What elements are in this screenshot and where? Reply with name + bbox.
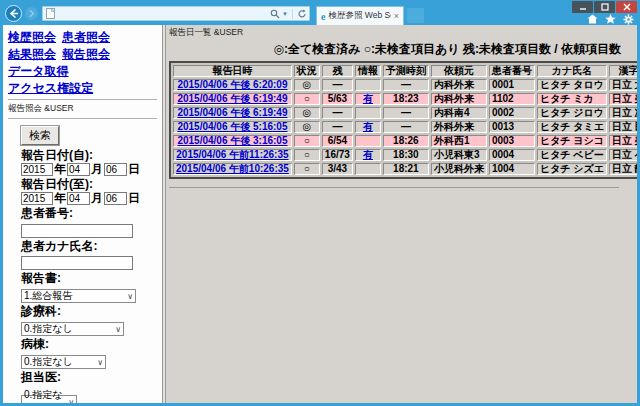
- patient-number-cell: 1102: [489, 93, 535, 105]
- patient-no-input[interactable]: [21, 224, 133, 238]
- patient-number-cell: 0002: [489, 107, 535, 119]
- from-day-input[interactable]: [104, 163, 127, 176]
- info-cell: [355, 107, 381, 119]
- report-row: 2015/04/06 午前11:26:35 ○ 16/73 有 18:30 小児…: [173, 149, 637, 161]
- page-content: 検歴照会患者照会 結果照会報告照会 データ取得アクセス権設定 報告照会 &USE…: [3, 25, 637, 403]
- chevron-down-icon: ∨: [127, 292, 133, 301]
- to-year-input[interactable]: [21, 192, 53, 205]
- report-type-value: 1.総合報告: [24, 289, 72, 303]
- search-icon[interactable]: [270, 9, 280, 19]
- back-button[interactable]: [5, 5, 22, 22]
- report-date-link[interactable]: 2015/04/06 午前10:26:35: [176, 163, 289, 174]
- patient-number-cell: 0003: [489, 135, 535, 147]
- patient-number-cell: 0013: [489, 121, 535, 133]
- requester-cell: 小児科外来: [431, 163, 487, 175]
- minimize-button[interactable]: [572, 1, 593, 13]
- requester-cell: 内科外来: [431, 79, 487, 91]
- report-date-link[interactable]: 2015/04/06 午後 6:20:09: [177, 79, 287, 90]
- ward-select[interactable]: 0.指定なし ∨: [21, 355, 106, 369]
- kanji-name-cell: 日立 美佳: [609, 93, 637, 105]
- nav-link-kekka-shokai[interactable]: 結果照会: [8, 47, 56, 61]
- report-date-link[interactable]: 2015/04/06 午後 6:19:49: [177, 107, 287, 118]
- refresh-icon[interactable]: [297, 9, 307, 19]
- kana-name-cell: ヒタチ タロウ: [537, 79, 607, 91]
- gear-icon[interactable]: [623, 14, 634, 25]
- requester-cell: 外科外来: [431, 121, 487, 133]
- info-link[interactable]: 有: [363, 149, 373, 160]
- year-unit-label: 年: [54, 161, 66, 178]
- info-link[interactable]: 有: [363, 93, 373, 104]
- col-info: 情報: [355, 65, 381, 77]
- search-button-top[interactable]: 検索: [21, 126, 59, 145]
- search-form: 検索 報告日付(自): 年 月 日 報告日付(至): 年 月: [21, 122, 157, 403]
- from-year-input[interactable]: [21, 163, 53, 176]
- star-icon[interactable]: [605, 14, 616, 24]
- info-link[interactable]: 有: [363, 121, 373, 132]
- address-bar-divider: [292, 9, 293, 19]
- new-tab-button[interactable]: [407, 8, 424, 23]
- status-cell: ○: [294, 93, 320, 105]
- home-icon[interactable]: [587, 14, 598, 24]
- status-cell: ◎: [294, 121, 320, 133]
- nav-link-access-settei[interactable]: アクセス権設定: [8, 81, 93, 95]
- from-month-input[interactable]: [67, 163, 90, 176]
- eta-cell: 18:21: [383, 163, 429, 175]
- day-unit-label: 日: [128, 190, 140, 207]
- nav-link-hokoku-shokai[interactable]: 報告照会: [62, 47, 110, 61]
- requester-cell: 内科外来: [431, 93, 487, 105]
- eta-cell: ―: [383, 79, 429, 91]
- nav-link-kanja-shokai[interactable]: 患者照会: [62, 30, 110, 44]
- info-cell: [355, 135, 381, 147]
- report-date-link[interactable]: 2015/04/06 午前11:26:35: [176, 149, 288, 160]
- col-patient-number: 患者番号: [489, 65, 535, 77]
- context-label: 報告照会 &USER: [8, 103, 157, 115]
- url-input[interactable]: [58, 8, 270, 20]
- remaining-cell: ―: [322, 79, 353, 91]
- kana-name-cell: ヒタチ ミカ: [537, 93, 607, 105]
- status-cell: ◎: [294, 79, 320, 91]
- forward-button[interactable]: [25, 7, 38, 20]
- patient-no-label: 患者番号:: [21, 207, 157, 220]
- kanji-name-cell: 日立 ベビー: [609, 149, 637, 161]
- report-date-link[interactable]: 2015/04/06 午後 5:16:05: [177, 121, 287, 132]
- to-day-input[interactable]: [104, 192, 127, 205]
- department-select[interactable]: 0.指定なし ∨: [21, 322, 124, 336]
- tab-kenreki-sansho[interactable]: e 検歴参照 Web Service ×: [316, 6, 404, 25]
- ie-favicon: e: [321, 11, 325, 22]
- sidebar-divider: [8, 99, 157, 100]
- report-date-link[interactable]: 2015/04/06 午後 3:16:05: [177, 135, 287, 146]
- month-unit-label: 月: [91, 190, 103, 207]
- report-date-link[interactable]: 2015/04/06 午後 6:19:49: [177, 93, 287, 104]
- to-month-input[interactable]: [67, 192, 90, 205]
- report-type-label: 報告書:: [21, 272, 157, 285]
- forward-arrow-icon: [27, 9, 36, 18]
- col-remaining: 残: [322, 65, 353, 77]
- department-label: 診療科:: [21, 305, 157, 318]
- close-button[interactable]: [616, 1, 637, 13]
- kanji-name-cell: 日立 太郎: [609, 79, 637, 91]
- patient-kana-input[interactable]: [21, 256, 133, 270]
- tab-close-icon[interactable]: ×: [394, 12, 399, 21]
- search-dropdown-caret-icon[interactable]: ▼: [282, 11, 288, 17]
- chevron-down-icon: ∨: [68, 398, 74, 404]
- col-kana-name: カナ氏名: [537, 65, 607, 77]
- nav-link-kenreki-shokai[interactable]: 検歴照会: [8, 30, 56, 44]
- patient-number-cell: 0001: [489, 79, 535, 91]
- nav-link-data-shutoku[interactable]: データ取得: [8, 64, 69, 78]
- remaining-cell: 5/63: [322, 93, 353, 105]
- table-header-row: 報告日時 状況 残 情報 予測時刻 依頼元 患者番号 カナ氏名 漢字氏名 性別 …: [173, 65, 637, 77]
- address-bar[interactable]: ▼: [42, 6, 310, 21]
- kana-name-cell: ヒタチ シズエ: [537, 163, 607, 175]
- remaining-cell: 3/43: [322, 163, 353, 175]
- department-value: 0.指定なし: [24, 322, 73, 336]
- doctor-select[interactable]: 0.指定なし ∨: [21, 395, 77, 403]
- sidebar-nav: 検歴照会患者照会 結果照会報告照会 データ取得アクセス権設定: [8, 28, 157, 96]
- col-report-datetime: 報告日時: [173, 65, 292, 77]
- info-cell: [355, 163, 381, 175]
- report-row: 2015/04/06 午前10:26:35 ○ 3/43 18:21 小児科外来…: [173, 163, 637, 175]
- report-type-select[interactable]: 1.総合報告 ∨: [21, 289, 136, 303]
- maximize-button[interactable]: [594, 1, 615, 13]
- sidebar: 検歴照会患者照会 結果照会報告照会 データ取得アクセス権設定 報告照会 &USE…: [3, 25, 162, 403]
- col-requester: 依頼元: [431, 65, 487, 77]
- requester-cell: 外科西1: [431, 135, 487, 147]
